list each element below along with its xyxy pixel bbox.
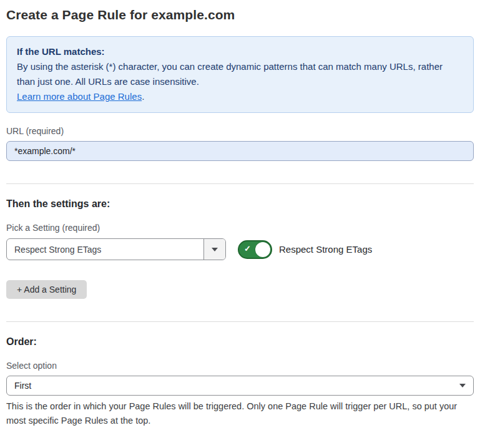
divider (6, 321, 474, 322)
select-option-label: Select option (6, 361, 474, 371)
toggle-label: Respect Strong ETags (279, 244, 372, 255)
order-help-text: This is the order in which your Page Rul… (6, 399, 474, 428)
order-section-heading: Order: (6, 336, 474, 348)
caret-down-icon (459, 384, 466, 387)
setting-select-arrow-cell[interactable] (203, 239, 225, 260)
divider (6, 183, 474, 184)
link-suffix: . (142, 91, 144, 102)
check-icon: ✓ (244, 244, 251, 253)
info-box-body: By using the asterisk (*) character, you… (17, 59, 463, 89)
pick-setting-label: Pick a Setting (required) (6, 223, 474, 233)
setting-select[interactable]: Respect Strong ETags (6, 238, 226, 260)
order-select[interactable]: First (6, 376, 474, 396)
url-input[interactable] (6, 141, 474, 161)
page-title: Create a Page Rule for example.com (6, 7, 474, 22)
setting-select-value: Respect Strong ETags (7, 239, 203, 260)
setting-toggle[interactable]: ✓ (238, 240, 272, 259)
info-box-heading: If the URL matches: (17, 44, 463, 59)
setting-row: Respect Strong ETags ✓ Respect Strong ET… (6, 238, 474, 260)
order-select-value: First (14, 381, 459, 391)
url-match-info-box: If the URL matches: By using the asteris… (6, 36, 474, 113)
create-page-rule-form: Create a Page Rule for example.com If th… (0, 0, 480, 448)
caret-down-icon (212, 248, 218, 251)
info-box-link-line: Learn more about Page Rules. (17, 89, 463, 104)
learn-more-link[interactable]: Learn more about Page Rules (17, 91, 142, 102)
settings-section-heading: Then the settings are: (6, 198, 474, 210)
add-setting-button[interactable]: + Add a Setting (6, 280, 87, 299)
url-label: URL (required) (6, 126, 474, 136)
toggle-knob (255, 242, 270, 257)
